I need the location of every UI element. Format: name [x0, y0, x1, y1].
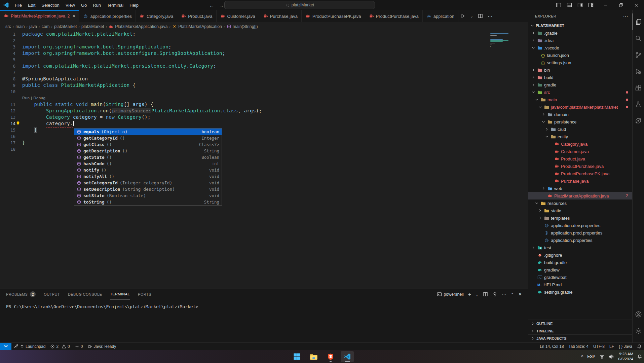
codelens-run-debug[interactable]: Run | Debug — [22, 95, 45, 101]
breadcrumb-item[interactable]: platziMarket — [54, 24, 77, 29]
account-icon[interactable] — [633, 306, 644, 323]
menu-edit[interactable]: Edit — [25, 0, 38, 10]
tree-item-product-java[interactable]: Product.java — [528, 155, 632, 162]
taskbar-start-icon[interactable] — [290, 351, 304, 362]
run-dropdown-icon[interactable]: ⌄ — [470, 13, 473, 19]
tree-item-test[interactable]: test — [528, 244, 632, 251]
tray-chevron-icon[interactable]: ^ — [581, 354, 583, 359]
suggest-item-getClass[interactable]: getClass()Class<?> — [74, 141, 222, 148]
tree-item--idea[interactable]: .idea — [528, 37, 632, 44]
code-line[interactable]: 9public class PlatziMarketApplication { — [0, 82, 528, 88]
code-line[interactable]: 13 Category category = new Category(); — [0, 114, 528, 120]
tab-close-icon[interactable]: ✕ — [72, 14, 75, 18]
tree-item-application-dev-properties[interactable]: application.dev.properties — [528, 222, 632, 229]
section-timeline[interactable]: TIMELINE — [528, 327, 632, 334]
extensions-icon[interactable] — [633, 79, 644, 96]
history-forward-button[interactable]: → — [219, 2, 224, 8]
tab-application-properties[interactable]: application.properties — [79, 10, 136, 22]
tree-item-application-properties[interactable]: application.properties — [528, 237, 632, 244]
suggest-item-getDescription[interactable]: getDescription()String — [74, 148, 222, 154]
tree-item-domain[interactable]: domain — [528, 111, 632, 118]
tree-item-platzimarketapplication-java[interactable]: PlatziMarketApplication.java2 — [528, 192, 632, 199]
tree-item-build[interactable]: build — [528, 74, 632, 81]
tab-application[interactable]: application — [423, 10, 458, 22]
layout-icon[interactable] — [588, 2, 594, 8]
suggest-item-equals[interactable]: equals(Object o)boolean — [74, 129, 222, 135]
section-java-projects[interactable]: JAVA PROJECTS — [528, 334, 632, 342]
more-icon[interactable]: ··· — [502, 292, 506, 297]
taskbar-file-explorer-icon[interactable] — [307, 351, 320, 362]
code-line[interactable]: 11 public static void main(String[] args… — [0, 101, 528, 108]
breadcrumb-item[interactable]: com — [42, 24, 50, 29]
tree-item--gradle[interactable]: .gradle — [528, 29, 632, 37]
panel-tab-terminal[interactable]: TERMINAL — [110, 289, 130, 299]
code-line[interactable]: 4import org.springframework.boot.autocon… — [0, 50, 528, 57]
tray-language[interactable]: ESP — [587, 354, 595, 359]
close-button[interactable] — [629, 0, 644, 10]
tree-item-gradlew-bat[interactable]: gradlew.bat — [528, 274, 632, 281]
code-line[interactable]: 2 — [0, 37, 528, 44]
tree-item--vscode[interactable]: .vscode — [528, 44, 632, 51]
tab-productpurchase-java[interactable]: ProductPurchase.java — [365, 10, 423, 22]
tree-item-persistence[interactable]: persistence — [528, 118, 632, 125]
tree-item-java-com-platzimarket-platzimarket[interactable]: java\com\platziMarket\platziMarket — [528, 103, 632, 111]
testing-icon[interactable] — [633, 96, 644, 112]
more-actions-icon[interactable]: ··· — [488, 13, 492, 19]
panel-tab-debug-console[interactable]: DEBUG CONSOLE — [68, 289, 102, 299]
eol-indicator[interactable]: LF — [607, 343, 616, 350]
settings-icon[interactable] — [633, 323, 644, 339]
split-terminal-icon[interactable] — [483, 292, 488, 297]
suggest-item-getCategoryId[interactable]: getCategoryId()Integer — [74, 135, 222, 141]
tree-item--gitignore[interactable]: .gitignore — [528, 251, 632, 259]
tree-item-templates[interactable]: templates — [528, 214, 632, 222]
tree-item-category-java[interactable]: Category.java — [528, 140, 632, 148]
suggest-item-setDescription[interactable]: setDescription(String description)void — [74, 186, 222, 192]
remote-indicator[interactable]: >< — [0, 343, 11, 350]
explorer-more-actions[interactable]: ··· — [623, 13, 628, 19]
autocomplete-popup[interactable]: equals(Object o)booleangetCategoryId()In… — [74, 128, 222, 206]
suggest-item-toString[interactable]: toString()String — [74, 199, 222, 205]
history-back-button[interactable]: ← — [209, 2, 214, 8]
wifi-icon[interactable] — [599, 354, 605, 359]
suggest-item-setState[interactable]: setState(Boolean state)void — [74, 192, 222, 199]
kill-terminal-icon[interactable] — [492, 292, 497, 297]
menu-help[interactable]: Help — [126, 0, 142, 10]
tree-item-static[interactable]: static — [528, 207, 632, 214]
tree-item-crud[interactable]: crud — [528, 125, 632, 133]
terminal-prompt[interactable]: PS C:\Users\frank\OneDrive\Documentos\Pr… — [0, 299, 528, 309]
menu-selection[interactable]: Selection — [38, 0, 62, 10]
tree-item-build-gradle[interactable]: build.gradle — [528, 259, 632, 266]
minimize-button[interactable] — [598, 0, 613, 10]
menu-go[interactable]: Go — [78, 0, 90, 10]
tree-item-customer-java[interactable]: Customer.java — [528, 148, 632, 155]
breadcrumb-item[interactable]: platziMarket — [81, 24, 104, 29]
run-debug-icon[interactable] — [633, 63, 644, 79]
code-line[interactable]: 8@SpringBootApplication — [0, 76, 528, 82]
encoding[interactable]: UTF-8 — [591, 343, 607, 350]
cursor-position[interactable]: Ln 14, Col 18 — [537, 343, 566, 350]
close-panel-icon[interactable]: ✕ — [518, 292, 522, 297]
tray-clock[interactable]: 9:23 AM 6/6/2024 — [618, 352, 633, 361]
terminal-dropdown-icon[interactable]: ⌄ — [476, 292, 479, 297]
tab-size[interactable]: Tab Size: 4 — [566, 343, 591, 350]
shell-selector[interactable]: powershell — [437, 292, 464, 297]
code-line[interactable]: 14 category. — [0, 120, 528, 127]
tab-productpurchasepk-java[interactable]: ProductPurchasePK.java — [302, 10, 365, 22]
panel-tab-problems[interactable]: PROBLEMS2 — [6, 289, 36, 299]
menu-terminal[interactable]: Terminal — [104, 0, 126, 10]
section-outline[interactable]: OUTLINE — [528, 320, 632, 327]
breadcrumb-item[interactable]: main(String[]) — [227, 24, 258, 29]
tree-item-productpurchase-java[interactable]: ProductPurchase.java — [528, 162, 632, 170]
panel-bottom-icon[interactable] — [567, 2, 572, 8]
maximize-panel-icon[interactable]: ⌃ — [511, 292, 514, 297]
breadcrumb-item[interactable]: PlatziMarketApplication.java — [109, 24, 167, 29]
volume-icon[interactable] — [609, 354, 614, 359]
tree-item-help-md[interactable]: M↓HELP.md — [528, 281, 632, 288]
new-terminal-icon[interactable]: + — [468, 291, 471, 297]
menu-run[interactable]: Run — [90, 0, 104, 10]
panel-tab-output[interactable]: OUTPUT — [44, 289, 60, 299]
notifications-bell-icon[interactable] — [635, 343, 644, 350]
breadcrumb-item[interactable]: main — [15, 24, 25, 29]
code-line[interactable]: 1package com.platziMarket.platziMarket; — [0, 31, 528, 37]
tree-item-settings-json[interactable]: {}settings.json — [528, 59, 632, 66]
